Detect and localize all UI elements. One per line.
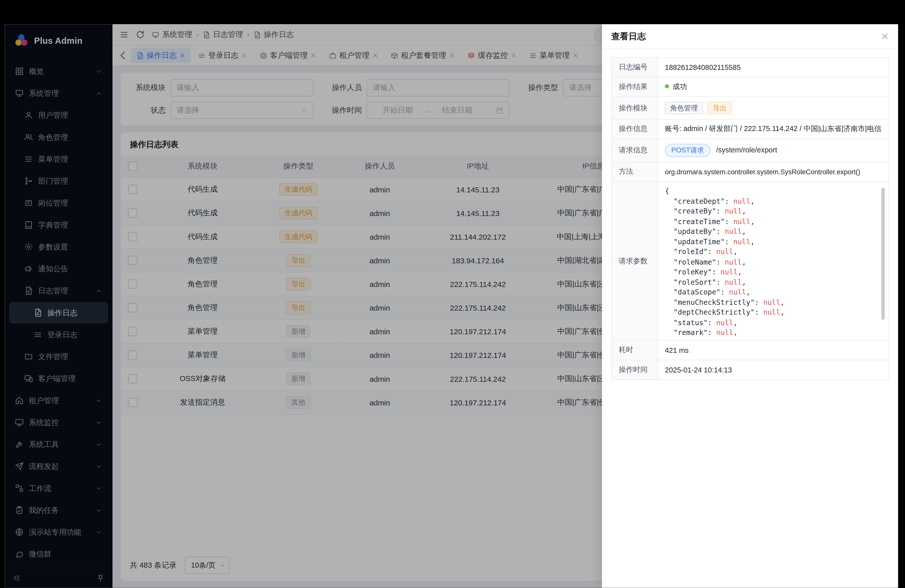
close-icon[interactable]	[881, 32, 889, 40]
drawer-field-time: 操作时间2025-01-24 10:14:13	[611, 360, 889, 380]
field-value: 421 ms	[657, 340, 888, 360]
drawer-field-params: 请求参数{ "createDept": null, "createBy": nu…	[611, 181, 889, 340]
module-tag: 导出	[708, 102, 732, 114]
field-value: 1882612840802115585	[657, 57, 888, 77]
field-label: 请求参数	[611, 181, 658, 340]
drawer-field-log-id: 日志编号1882612840802115585	[611, 57, 889, 77]
field-label: 耗时	[611, 340, 658, 360]
code-scrollbar[interactable]	[881, 188, 885, 334]
drawer-field-result: 操作结果成功	[611, 77, 889, 97]
field-value: 成功	[657, 77, 888, 97]
json-code: { "createDept": null, "createBy": null, …	[665, 187, 881, 335]
field-label: 操作信息	[611, 119, 658, 139]
drawer-field-info: 操作信息账号: admin / 研发部门 / 222.175.114.242 /…	[611, 119, 889, 139]
request-method-tag: POST请求	[665, 144, 710, 157]
drawer-field-module: 操作模块角色管理导出	[611, 97, 889, 119]
drawer-title: 查看日志	[611, 31, 646, 42]
field-value: 2025-01-24 10:14:13	[657, 360, 888, 380]
drawer-field-request: 请求信息POST请求/system/role/export	[611, 139, 889, 162]
log-detail-descriptions: 日志编号1882612840802115585操作结果成功操作模块角色管理导出操…	[611, 57, 889, 380]
field-label: 方法	[611, 162, 658, 181]
request-url: /system/role/export	[716, 146, 777, 154]
drawer-body: 日志编号1882612840802115585操作结果成功操作模块角色管理导出操…	[602, 49, 898, 388]
app-window: Plus Admin 概览系统管理用户管理角色管理菜单管理部门管理岗位管理字典管…	[5, 24, 898, 588]
drawer-header: 查看日志	[602, 24, 898, 49]
field-value: 角色管理导出	[657, 97, 888, 119]
request-params-code: { "createDept": null, "createBy": null, …	[665, 187, 881, 335]
drawer-field-method: 方法org.dromara.system.controller.system.S…	[611, 162, 889, 181]
field-label: 操作模块	[611, 97, 658, 119]
field-label: 请求信息	[611, 139, 658, 162]
field-value: org.dromara.system.controller.system.Sys…	[657, 162, 888, 181]
view-log-drawer: 查看日志 日志编号1882612840802115585操作结果成功操作模块角色…	[602, 24, 898, 588]
field-value: { "createDept": null, "createBy": null, …	[657, 181, 888, 340]
field-label: 操作结果	[611, 77, 658, 97]
screen: Plus Admin 概览系统管理用户管理角色管理菜单管理部门管理岗位管理字典管…	[0, 0, 905, 588]
status-dot	[665, 84, 669, 88]
drawer-field-duration: 耗时421 ms	[611, 340, 889, 360]
field-label: 日志编号	[611, 57, 658, 77]
module-tag: 角色管理	[665, 102, 703, 114]
field-label: 操作时间	[611, 360, 658, 380]
status-text: 成功	[672, 83, 687, 91]
code-scrollbar-thumb[interactable]	[881, 188, 885, 319]
field-value: 账号: admin / 研发部门 / 222.175.114.242 / 中国|…	[657, 119, 888, 139]
field-value: POST请求/system/role/export	[657, 139, 888, 162]
